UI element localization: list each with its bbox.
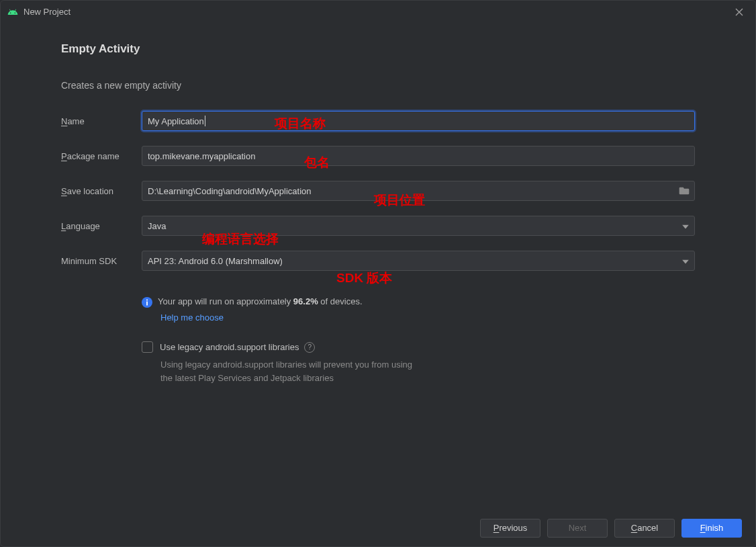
save-location-input[interactable]: D:\Learning\Coding\android\MyApplication	[142, 181, 695, 201]
next-button[interactable]: Next	[547, 519, 608, 538]
row-language: Language Java	[61, 216, 695, 236]
min-sdk-select[interactable]: API 23: Android 6.0 (Marshmallow)	[142, 251, 695, 271]
chevron-down-icon	[682, 256, 689, 266]
label-save-location: Save location	[61, 186, 142, 196]
label-language: Language	[61, 221, 142, 231]
svg-rect-2	[146, 300, 148, 301]
android-icon	[7, 7, 18, 17]
help-icon[interactable]: ?	[304, 342, 315, 353]
cancel-button[interactable]: Cancel	[614, 519, 675, 538]
info-icon	[142, 297, 152, 310]
name-input[interactable]: My Application	[142, 111, 695, 131]
package-input[interactable]: top.mikevane.myapplication	[142, 146, 695, 166]
row-min-sdk: Minimum SDK API 23: Android 6.0 (Marshma…	[61, 251, 695, 271]
dialog-content: Empty Activity Creates a new empty activ…	[1, 24, 755, 509]
package-input-value: top.mikevane.myapplication	[148, 151, 255, 161]
window-title: New Project	[23, 7, 70, 17]
label-min-sdk: Minimum SDK	[61, 256, 142, 266]
titlebar: New Project	[1, 1, 755, 24]
finish-button[interactable]: Finish	[681, 519, 742, 538]
page-subtitle: Creates a new empty activity	[61, 80, 695, 91]
close-button[interactable]	[730, 3, 749, 22]
device-coverage-info: Your app will run on approximately 96.2%…	[142, 296, 695, 310]
help-me-choose-link[interactable]: Help me choose	[160, 312, 695, 323]
dialog-footer: Previous Next Cancel Finish	[1, 509, 755, 546]
svg-rect-1	[146, 302, 148, 306]
previous-button[interactable]: Previous	[480, 519, 540, 538]
language-select[interactable]: Java	[142, 216, 695, 236]
chevron-down-icon	[682, 221, 689, 231]
name-input-value: My Application	[148, 116, 204, 126]
min-sdk-value: API 23: Android 6.0 (Marshmallow)	[148, 256, 283, 266]
row-package: Package name top.mikevane.myapplication	[61, 146, 695, 166]
row-name: Name My Application	[61, 111, 695, 131]
folder-icon[interactable]	[677, 183, 692, 198]
text-caret	[205, 116, 205, 126]
new-project-dialog: New Project Empty Activity Creates a new…	[0, 0, 756, 547]
label-package: Package name	[61, 151, 142, 161]
legacy-checkbox[interactable]	[142, 341, 153, 353]
language-select-value: Java	[148, 221, 166, 231]
legacy-checkbox-label: Use legacy android.support libraries ?	[160, 342, 315, 353]
device-coverage-text: Your app will run on approximately 96.2%…	[158, 296, 363, 306]
page-title: Empty Activity	[61, 42, 695, 56]
legacy-description: Using legacy android.support libraries w…	[160, 358, 695, 385]
save-location-value: D:\Learning\Coding\android\MyApplication	[148, 186, 312, 196]
label-name: Name	[61, 116, 142, 126]
row-save-location: Save location D:\Learning\Coding\android…	[61, 181, 695, 201]
row-legacy: Use legacy android.support libraries ?	[142, 341, 695, 353]
